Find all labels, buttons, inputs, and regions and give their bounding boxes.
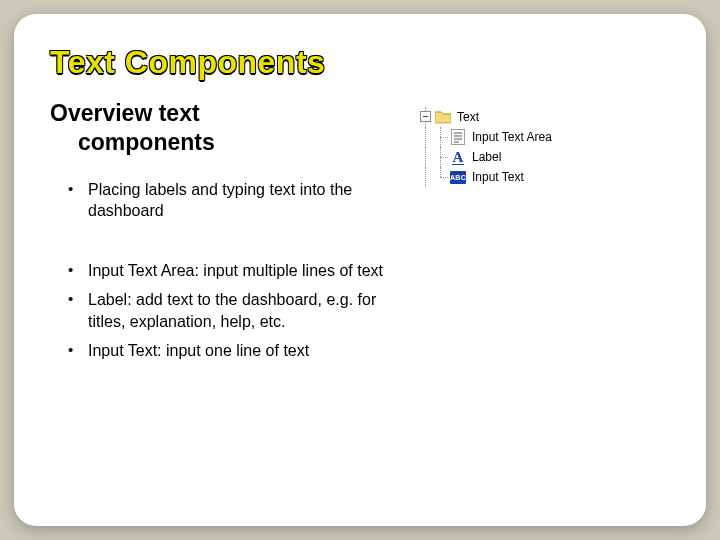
tree-root-label: Text [455, 110, 479, 124]
bullet-item: Placing labels and typing text into the … [68, 179, 398, 222]
component-tree: Text Input Text Area A Label [418, 107, 670, 187]
bullet-list: Placing labels and typing text into the … [50, 179, 398, 363]
bullet-item: Label: add text to the dashboard, e.g. f… [68, 289, 398, 332]
tree-branch [418, 127, 433, 147]
right-column: Text Input Text Area A Label [398, 99, 670, 187]
tree-row-root: Text [418, 107, 670, 127]
subtitle-line1: Overview text [50, 100, 200, 126]
content-columns: Overview text components Placing labels … [50, 99, 670, 370]
bullet-spacer [68, 230, 398, 252]
tree-branch [433, 167, 448, 187]
subtitle: Overview text components [50, 99, 398, 157]
tree-row-item: ABC Input Text [418, 167, 670, 187]
tree-row-item: A Label [418, 147, 670, 167]
tree-branch [433, 127, 448, 147]
subtitle-line2: components [50, 128, 398, 157]
tree-item-label: Label [470, 150, 501, 164]
tree-item-label: Input Text [470, 170, 524, 184]
tree-branch [418, 147, 433, 167]
folder-icon [435, 109, 451, 125]
bullet-item: Input Text Area: input multiple lines of… [68, 260, 398, 282]
input-text-icon: ABC [450, 169, 466, 185]
tree-item-label: Input Text Area [470, 130, 552, 144]
tree-row-item: Input Text Area [418, 127, 670, 147]
left-column: Overview text components Placing labels … [50, 99, 398, 370]
tree-branch [433, 147, 448, 167]
tree-branch [418, 107, 433, 127]
bullet-item: Input Text: input one line of text [68, 340, 398, 362]
input-text-area-icon [450, 129, 466, 145]
label-icon: A [450, 149, 466, 165]
slide-title: Text Components [50, 44, 670, 81]
tree-branch [418, 167, 433, 187]
collapse-icon [420, 111, 431, 122]
slide-card: Text Components Overview text components… [14, 14, 706, 526]
